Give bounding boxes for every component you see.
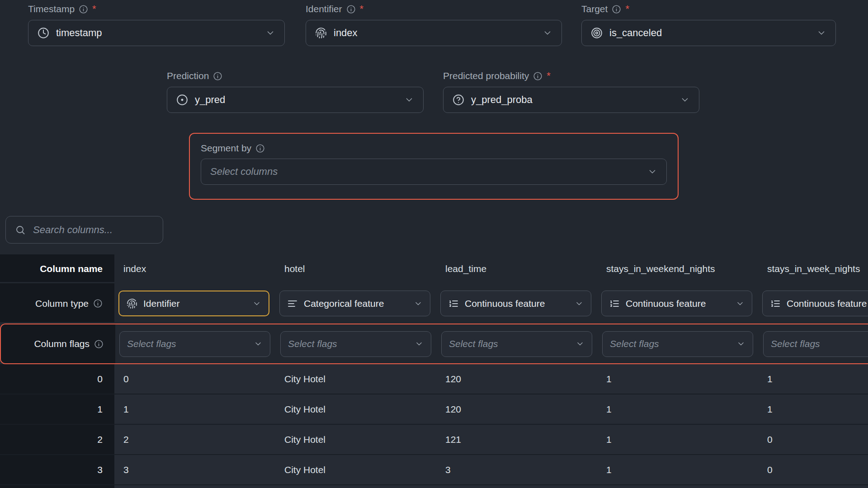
cell-index: 0 [114, 364, 275, 394]
row-index: 2 [0, 425, 114, 454]
chevron-down-icon [414, 299, 423, 308]
predicted-probability-select[interactable]: y_pred_proba [443, 87, 699, 113]
column-header-stays-weekend: stays_in_weekend_nights [597, 254, 758, 283]
required-asterisk: * [360, 4, 364, 14]
target-icon [591, 27, 603, 39]
table-row: 2 2 City Hotel 121 1 0 [0, 425, 868, 455]
info-icon[interactable] [612, 5, 621, 14]
column-flags-placeholder: Select flags [449, 338, 498, 349]
table-row-partial [0, 485, 868, 488]
chevron-down-icon [736, 299, 745, 308]
chevron-down-icon [736, 339, 745, 348]
clock-icon [38, 27, 49, 39]
prediction-select[interactable]: y_pred [167, 87, 424, 113]
timestamp-field: Timestamp * timestamp [28, 4, 285, 46]
column-name-row: Column name index hotel lead_time stays_… [0, 254, 868, 283]
predicted-probability-select-value: y_pred_proba [471, 94, 533, 106]
column-flags-select-hotel[interactable]: Select flags [280, 331, 431, 357]
info-icon[interactable] [346, 5, 356, 14]
segment-by-select[interactable]: Select columns [201, 159, 667, 185]
target-select[interactable]: is_canceled [581, 20, 836, 46]
ordered-list-icon [448, 298, 459, 309]
row-index: 3 [0, 455, 114, 484]
cell-hotel: City Hotel [275, 364, 436, 394]
cell-hotel: City Hotel [275, 394, 436, 424]
columns-table: Column name index hotel lead_time stays_… [0, 254, 868, 488]
cell-stays-weekend: 1 [597, 455, 758, 484]
segment-by-section: Segment by Select columns [189, 133, 679, 200]
target-label: Target * [581, 4, 836, 14]
column-type-header-text: Column type [35, 298, 89, 309]
info-icon[interactable] [94, 339, 104, 349]
identifier-label-text: Identifier [306, 4, 342, 14]
info-icon[interactable] [213, 71, 222, 81]
chevron-down-icon [265, 28, 275, 38]
cell-stays-weekend: 1 [597, 394, 758, 424]
column-flags-header-text: Column flags [34, 338, 90, 349]
cell-hotel: City Hotel [275, 425, 436, 454]
target-select-value: is_canceled [609, 27, 662, 39]
column-header-index: index [114, 254, 275, 283]
cell-stays-week: 0 [758, 425, 868, 454]
predicted-probability-label-text: Predicted probability [443, 70, 529, 81]
chevron-down-icon [404, 95, 414, 105]
predicted-probability-label: Predicted probability * [443, 70, 699, 81]
column-type-value: Identifier [143, 298, 180, 309]
chevron-down-icon [542, 28, 552, 38]
column-type-value: Categorical feature [304, 298, 384, 309]
info-icon[interactable] [533, 71, 542, 81]
table-row: 0 0 City Hotel 120 1 1 [0, 364, 868, 394]
chevron-down-icon [680, 95, 690, 105]
column-flags-select-stays-weekend[interactable]: Select flags [602, 331, 753, 357]
column-header-lead-time: lead_time [436, 254, 597, 283]
search-icon [15, 225, 26, 235]
identifier-select[interactable]: index [306, 20, 562, 46]
cell-lead-time: 121 [436, 425, 597, 454]
chevron-down-icon [254, 339, 263, 348]
ordered-list-icon [770, 298, 781, 309]
column-header-hotel: hotel [275, 254, 436, 283]
info-icon[interactable] [93, 299, 103, 308]
row-index: 1 [0, 394, 114, 424]
fingerprint-icon [315, 27, 327, 39]
timestamp-select-value: timestamp [56, 27, 102, 39]
column-type-select-stays-week[interactable]: Continuous feature [762, 291, 868, 316]
segment-by-label: Segment by [201, 143, 667, 154]
cell-stays-week: 0 [758, 455, 868, 484]
column-flags-row: Column flags Select flags Select flags S… [0, 324, 868, 364]
column-flags-placeholder: Select flags [771, 338, 820, 349]
cell-index: 2 [114, 425, 275, 454]
fingerprint-icon [127, 298, 137, 309]
cell-stays-week: 1 [758, 364, 868, 394]
column-flags-select-index[interactable]: Select flags [119, 331, 270, 357]
column-type-header: Column type [0, 283, 114, 324]
column-flags-placeholder: Select flags [288, 338, 337, 349]
column-type-select-hotel[interactable]: Categorical feature [279, 291, 430, 316]
segment-by-label-text: Segment by [201, 143, 251, 154]
table-row: 1 1 City Hotel 120 1 1 [0, 394, 868, 425]
required-asterisk: * [92, 4, 96, 14]
prediction-label: Prediction [167, 70, 424, 81]
timestamp-select[interactable]: timestamp [28, 20, 285, 46]
align-left-icon [287, 298, 298, 309]
column-name-header: Column name [0, 254, 114, 283]
required-asterisk: * [625, 4, 629, 14]
column-type-select-index[interactable]: Identifier [118, 291, 269, 316]
chevron-down-icon [252, 299, 261, 308]
column-flags-select-lead-time[interactable]: Select flags [441, 331, 592, 357]
cell-lead-time: 3 [436, 455, 597, 484]
help-circle-icon [453, 94, 464, 106]
column-type-select-stays-weekend[interactable]: Continuous feature [601, 291, 752, 316]
column-flags-header: Column flags [1, 324, 115, 363]
column-flags-select-stays-week[interactable]: Select flags [763, 331, 868, 357]
info-icon[interactable] [255, 144, 265, 153]
info-icon[interactable] [79, 5, 88, 14]
column-type-value: Continuous feature [465, 298, 545, 309]
chevron-down-icon [415, 339, 424, 348]
column-name-header-text: Column name [40, 263, 103, 274]
column-type-select-lead-time[interactable]: Continuous feature [440, 291, 591, 316]
cell-stays-week: 1 [758, 394, 868, 424]
ordered-list-icon [609, 298, 620, 309]
prediction-select-value: y_pred [195, 94, 225, 106]
search-input[interactable] [32, 224, 154, 236]
